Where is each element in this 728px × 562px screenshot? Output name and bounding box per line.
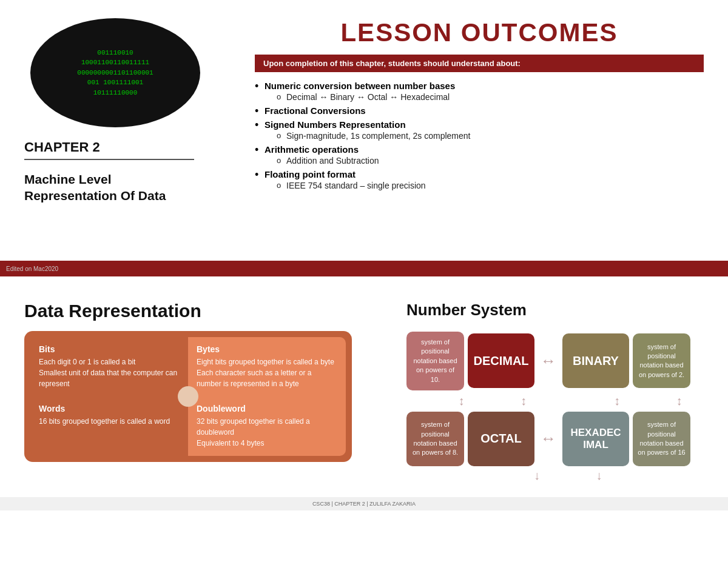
cell-doubleword-body: 32 bits grouped together is called a dou… [197,416,337,449]
chapter-title: Machine Level Representation Of Data [24,171,194,204]
divider-text: Edited on Mac2020 [6,266,58,272]
slide2-right: Number System system of positional notat… [406,301,728,485]
center-circle [178,386,198,407]
outcome-2: Fractional Conversions [255,105,704,116]
outcome-3: Signed Numbers Representation Sign-magni… [255,119,704,141]
data-rep-title: Data Representation [24,301,382,321]
outcome-3-sub-item: Sign-magnitude, 1s complement, 2s comple… [277,131,704,141]
footer-bar: CSC38 | CHAPTER 2 | ZULILFA ZAKARIA [0,497,728,510]
cell-words: Words 16 bits grouped together is called… [30,396,188,456]
number-bottom-row: system of positional notation based on p… [406,412,728,466]
outcome-1-text: Numeric conversion between number bases [265,81,455,91]
outcome-5-sub-item: IEEE 754 standard – single precision [277,181,704,190]
number-system-diagram: system of positional notation based on p… [406,332,728,485]
completion-bar: Upon completion of this chapter, student… [255,55,704,72]
v-arrow-decimal: ↕ [490,394,557,408]
outcome-5-sub: IEEE 754 standard – single precision [265,181,704,190]
outcome-1: Numeric conversion between number bases … [255,81,704,102]
outcome-2-text: Fractional Conversions [265,105,366,116]
binary-box: BINARY [562,333,629,388]
cell-bytes-title: Bytes [197,344,337,354]
cell-bits-title: Bits [39,344,180,354]
slide2-left: Data Representation Bits Each digit 0 or… [24,301,382,485]
outcome-4-sub: Addition and Subtraction [265,156,704,166]
decimal-box: DECIMAL [468,333,534,388]
footer-text: CSC38 | CHAPTER 2 | ZULILFA ZAKARIA [312,501,416,507]
outcomes-list: Numeric conversion between number bases … [255,81,704,194]
h-arrow-middle-top: ↔ [538,352,559,370]
outcome-5: Floating point format IEEE 754 standard … [255,169,704,190]
decimal-desc-left: system of positional notation based on p… [406,332,464,390]
h-arrow-middle-bottom: ↔ [538,429,559,448]
slide1: 001110010 10001100110011111 000000000110… [0,0,728,261]
data-representation-table: Bits Each digit 0 or 1 is called a bitSm… [24,331,352,462]
v-arrow-left: ↕ [433,394,490,408]
outcome-1-sub: Decimal ↔ Binary ↔ Octal ↔ Hexadecimal [265,92,704,102]
octal-desc-left: system of positional notation based on p… [406,412,464,466]
cell-bytes-body: Eight bits grouped together is called a … [197,356,337,389]
binary-desc-right: system of positional notation based on p… [633,333,690,388]
lesson-outcomes-title: LESSON OUTCOMES [255,18,704,47]
v-arrow-right: ↕ [650,394,708,408]
cell-bits-body: Each digit 0 or 1 is called a bitSmalles… [39,356,180,389]
outcome-4-text: Arithmetic operations [265,144,359,155]
cell-doubleword: Doubleword 32 bits grouped together is c… [188,396,346,456]
v-arrows-row: ↕ ↕ ↕ ↕ [406,390,728,412]
outcome-1-sub-item: Decimal ↔ Binary ↔ Octal ↔ Hexadecimal [277,92,704,102]
outcome-4: Arithmetic operations Addition and Subtr… [255,144,704,166]
hex-desc-right: system of positional notation based on p… [633,412,690,466]
number-sys-title: Number System [406,301,728,319]
divider-bar: Edited on Mac2020 [0,261,728,276]
chapter-label: CHAPTER 2 [24,139,194,160]
bottom-v-arrow: ↓ ↓ [406,466,728,485]
cell-words-body: 16 bits grouped together is called a wor… [39,416,180,427]
slide1-right: LESSON OUTCOMES Upon completion of this … [255,18,704,255]
number-top-row: system of positional notation based on p… [406,332,728,390]
hexadecimal-box: HEXADEC IMAL [562,412,629,466]
slide1-left: 001110010 10001100110011111 000000000110… [24,18,231,255]
binary-digits: 001110010 10001100110011111 000000000110… [71,42,159,104]
cell-bits: Bits Each digit 0 or 1 is called a bitSm… [30,337,188,396]
binary-oval-image: 001110010 10001100110011111 000000000110… [30,18,200,127]
cell-words-title: Words [39,404,180,413]
cell-doubleword-title: Doubleword [197,404,337,413]
octal-box: OCTAL [468,412,534,466]
outcome-4-sub-item: Addition and Subtraction [277,156,704,166]
outcome-5-text: Floating point format [265,169,356,179]
outcome-3-text: Signed Numbers Representation [265,119,406,130]
slide2: Data Representation Bits Each digit 0 or… [0,276,728,497]
outcome-3-sub: Sign-magnitude, 1s complement, 2s comple… [265,131,704,141]
cell-bytes: Bytes Eight bits grouped together is cal… [188,337,346,396]
v-arrow-binary: ↕ [584,394,650,408]
